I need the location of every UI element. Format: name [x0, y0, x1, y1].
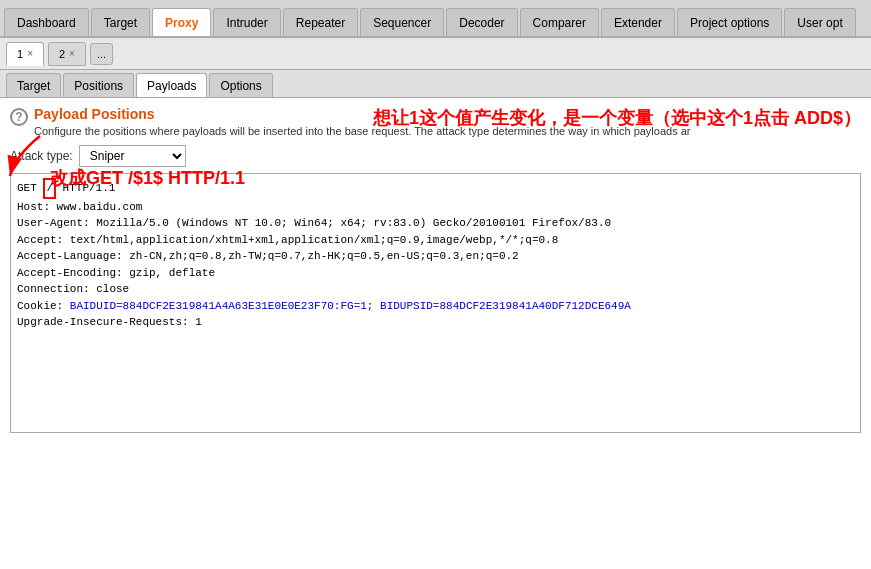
- tab-comparer[interactable]: Comparer: [520, 8, 599, 36]
- request-tab-2-label: 2: [59, 48, 65, 60]
- sub-tabs-bar: Target Positions Payloads Options: [0, 70, 871, 98]
- request-line-6: Accept-Encoding: gzip, deflate: [17, 265, 854, 282]
- request-line-8: Cookie: BAIDUID=884DCF2E319841A4A63E31E0…: [17, 298, 854, 315]
- request-line-9: Upgrade-Insecure-Requests: 1: [17, 314, 854, 331]
- tab-proxy[interactable]: Proxy: [152, 8, 211, 36]
- request-line-4: Accept: text/html,application/xhtml+xml,…: [17, 232, 854, 249]
- tab-intruder[interactable]: Intruder: [213, 8, 280, 36]
- request-tab-1-label: 1: [17, 48, 23, 60]
- annotation-add-dollar: 想让1这个值产生变化，是一个变量（选中这个1点击 ADD$）: [373, 106, 861, 130]
- tab-user-options[interactable]: User opt: [784, 8, 855, 36]
- main-content: 想让1这个值产生变化，是一个变量（选中这个1点击 ADD$） ? Payload…: [0, 98, 871, 569]
- request-tab-1[interactable]: 1 ×: [6, 42, 44, 66]
- help-icon[interactable]: ?: [10, 108, 28, 126]
- request-line-2: Host: www.baidu.com: [17, 199, 854, 216]
- tab-extender[interactable]: Extender: [601, 8, 675, 36]
- subtab-options[interactable]: Options: [209, 73, 272, 97]
- tab-repeater[interactable]: Repeater: [283, 8, 358, 36]
- attack-type-select[interactable]: Sniper Battering ram Pitchfork Cluster b…: [79, 145, 186, 167]
- subtab-target[interactable]: Target: [6, 73, 61, 97]
- tab-target[interactable]: Target: [91, 8, 150, 36]
- payload-positions-title: Payload Positions: [34, 106, 155, 122]
- request-text-area[interactable]: GET / HTTP/1.1 Host: www.baidu.com User-…: [10, 173, 861, 433]
- request-tabs-bar: 1 × 2 × ...: [0, 38, 871, 70]
- request-line-5: Accept-Language: zh-CN,zh;q=0.8,zh-TW;q=…: [17, 248, 854, 265]
- more-tabs-button[interactable]: ...: [90, 43, 113, 65]
- top-nav-bar: Dashboard Target Proxy Intruder Repeater…: [0, 0, 871, 38]
- attack-type-row: Attack type: Sniper Battering ram Pitchf…: [10, 145, 861, 167]
- request-line-7: Connection: close: [17, 281, 854, 298]
- request-tab-1-close[interactable]: ×: [27, 48, 33, 59]
- subtab-positions[interactable]: Positions: [63, 73, 134, 97]
- request-tab-2[interactable]: 2 ×: [48, 42, 86, 66]
- request-tab-2-close[interactable]: ×: [69, 48, 75, 59]
- request-line-3: User-Agent: Mozilla/5.0 (Windows NT 10.0…: [17, 215, 854, 232]
- tab-dashboard[interactable]: Dashboard: [4, 8, 89, 36]
- subtab-payloads[interactable]: Payloads: [136, 73, 207, 97]
- get-method: GET: [17, 182, 43, 194]
- tab-project-options[interactable]: Project options: [677, 8, 782, 36]
- tab-sequencer[interactable]: Sequencer: [360, 8, 444, 36]
- cookie-value: BAIDUID=884DCF2E319841A4A63E31E0E0E23F70…: [70, 300, 631, 312]
- arrow-annotation-label: 改成GET /$1$ HTTP/1.1: [50, 168, 245, 188]
- arrow-annotation-text: 改成GET /$1$ HTTP/1.1: [50, 166, 245, 190]
- tab-decoder[interactable]: Decoder: [446, 8, 517, 36]
- red-arrow-svg: [0, 131, 55, 181]
